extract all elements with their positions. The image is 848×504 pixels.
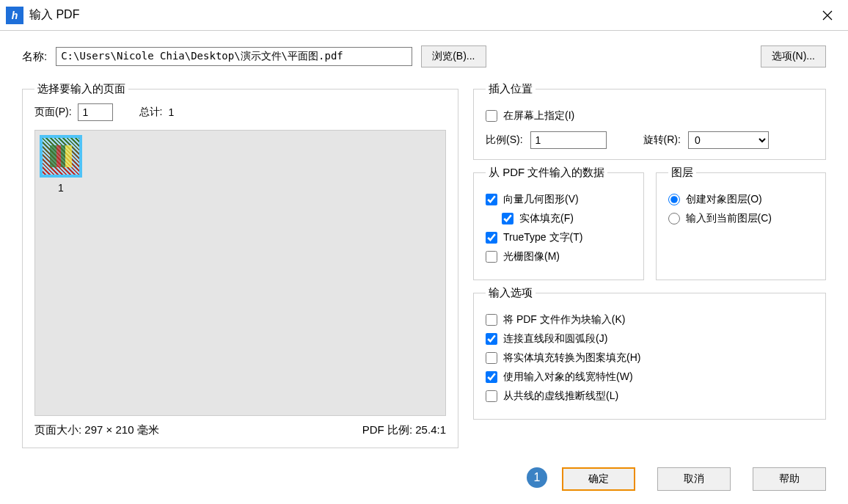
use-lineweight-checkbox[interactable] [486,371,497,383]
solid-to-hatch-label: 将实体填充转换为图案填充(H) [503,351,640,365]
layers-group: 图层 创建对象图层(O) 输入到当前图层(C) [656,166,827,280]
join-lines-row: 连接直线段和圆弧段(J) [486,332,814,346]
import-options-legend: 输入选项 [486,286,536,300]
page-size-value: 297 × 210 毫米 [84,423,158,436]
page-label: 页面(P): [34,106,72,119]
dialog-content: 名称: 浏览(B)... 选项(N)... 选择要输入的页面 页面(P): 总计… [0,31,848,498]
path-input[interactable] [56,47,412,66]
help-button[interactable]: 帮助 [753,467,826,491]
page-input[interactable] [78,103,113,121]
infer-linetype-label: 从共线的虚线推断线型(L) [503,390,618,403]
import-cur-label: 输入到当前图层(C) [686,212,772,225]
as-block-checkbox[interactable] [486,314,497,326]
scale-input[interactable] [530,131,607,149]
page-select-group: 选择要输入的页面 页面(P): 总计: 1 1 页面大小: 29 [22,82,458,448]
truetype-label: TrueType 文字(T) [503,231,582,244]
as-block-row: 将 PDF 文件作为块输入(K) [486,313,814,326]
vector-label: 向量几何图形(V) [503,193,579,206]
vector-checkbox[interactable] [486,194,497,205]
page-footer: 页面大小: 297 × 210 毫米 PDF 比例: 25.4:1 [34,423,446,437]
browse-button[interactable]: 浏览(B)... [421,45,486,67]
join-lines-label: 连接直线段和圆弧段(J) [503,332,607,346]
import-cur-row: 输入到当前图层(C) [668,212,814,225]
pdf-data-legend: 从 PDF 文件输入的数据 [486,166,607,180]
import-cur-radio[interactable] [668,213,680,224]
join-lines-checkbox[interactable] [486,333,497,345]
page-thumbnail-wrapper[interactable]: 1 [40,135,82,194]
options-button[interactable]: 选项(N)... [761,45,826,67]
infer-linetype-checkbox[interactable] [486,390,497,402]
page-thumbnail[interactable] [40,135,82,178]
page-select-legend: 选择要输入的页面 [34,82,128,96]
solid-fill-checkbox[interactable] [502,213,513,224]
truetype-checkbox[interactable] [486,232,497,244]
solid-fill-row: 实体填充(F) [502,212,632,225]
left-column: 选择要输入的页面 页面(P): 总计: 1 1 页面大小: 29 [22,82,458,454]
use-lineweight-row: 使用输入对象的线宽特性(W) [486,370,814,384]
specify-on-screen-checkbox[interactable] [486,110,497,122]
create-obj-row: 创建对象图层(O) [668,193,814,206]
infer-linetype-row: 从共线的虚线推断线型(L) [486,390,814,403]
solid-to-hatch-row: 将实体填充转换为图案填充(H) [486,351,814,365]
button-row: 1 确定 取消 帮助 [22,467,826,491]
main-columns: 选择要输入的页面 页面(P): 总计: 1 1 页面大小: 29 [22,82,826,454]
app-icon: h [6,7,23,24]
rotation-label: 旋转(R): [643,134,681,147]
right-column: 插入位置 在屏幕上指定(I) 比例(S): 旋转(R): 0 从 PDF 文件输… [473,82,826,454]
cancel-button[interactable]: 取消 [657,467,731,491]
pdf-scale-value: 25.4:1 [415,423,446,436]
scale-label: 比例(S): [486,134,523,147]
insert-position-legend: 插入位置 [486,82,536,96]
total-label: 总计: [139,106,163,119]
as-block-label: 将 PDF 文件作为块输入(K) [503,313,625,326]
create-obj-radio[interactable] [668,194,680,205]
data-layers-row: 从 PDF 文件输入的数据 向量几何图形(V) 实体填充(F) TrueType… [473,166,826,286]
import-options-group: 输入选项 将 PDF 文件作为块输入(K) 连接直线段和圆弧段(J) 将实体填充… [473,286,826,420]
close-icon[interactable] [813,1,842,30]
solid-fill-label: 实体填充(F) [519,212,574,225]
rotation-select[interactable]: 0 [688,131,769,149]
page-thumbnail-label: 1 [40,182,82,194]
layers-legend: 图层 [668,166,696,180]
titlebar: h 输入 PDF [0,0,848,31]
use-lineweight-label: 使用输入对象的线宽特性(W) [503,370,633,384]
raster-checkbox[interactable] [486,251,497,263]
raster-row: 光栅图像(M) [486,250,632,263]
page-row: 页面(P): 总计: 1 [34,103,446,121]
total-value: 1 [168,106,174,118]
page-size-label: 页面大小: [34,423,81,436]
specify-on-screen-label: 在屏幕上指定(I) [503,109,574,123]
annotation-badge: 1 [527,467,547,488]
raster-label: 光栅图像(M) [503,250,560,263]
name-label: 名称: [22,50,47,64]
name-row: 名称: 浏览(B)... 选项(N)... [22,45,826,67]
scale-rotation-row: 比例(S): 旋转(R): 0 [486,131,814,149]
pdf-data-group: 从 PDF 文件输入的数据 向量几何图形(V) 实体填充(F) TrueType… [473,166,644,280]
vector-row: 向量几何图形(V) [486,193,632,206]
specify-on-screen-row: 在屏幕上指定(I) [486,109,814,123]
insert-position-group: 插入位置 在屏幕上指定(I) 比例(S): 旋转(R): 0 [473,82,826,160]
solid-to-hatch-checkbox[interactable] [486,352,497,364]
ok-button[interactable]: 确定 [562,467,635,491]
create-obj-label: 创建对象图层(O) [686,193,762,206]
dialog-title: 输入 PDF [29,7,79,23]
pdf-scale-label: PDF 比例: [362,423,412,436]
truetype-row: TrueType 文字(T) [486,231,632,244]
preview-area[interactable]: 1 [34,130,446,416]
